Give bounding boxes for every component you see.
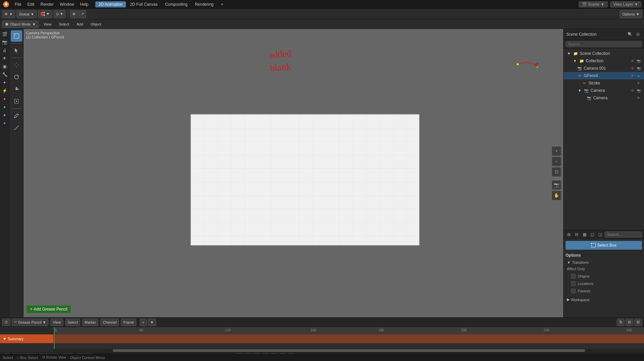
timeline-filter-btn[interactable]: ⊟ — [625, 319, 633, 326]
outliner-item-collection[interactable]: ▼ 📁 Collection 👁 📷 — [564, 57, 644, 65]
gpencil-eye-icon[interactable]: 👁 — [630, 73, 635, 78]
sidebar-view-icon[interactable]: 👁 — [1, 55, 8, 62]
timeline-extra-btn[interactable]: ▼ — [148, 319, 156, 326]
origins-checkbox[interactable] — [571, 274, 576, 279]
view-menu-btn[interactable]: View — [41, 21, 54, 28]
sidebar-object-icon[interactable]: ▣ — [1, 63, 8, 70]
tab-2d-full-canvas[interactable]: 2D Full Canvas — [127, 1, 161, 7]
timeline-sync-btn[interactable]: ⇅ — [617, 319, 624, 326]
timeline-mode-icon-btn[interactable]: ⏱ — [2, 319, 10, 326]
outliner-item-camera-child[interactable]: 📷 Camera 👁 — [564, 94, 644, 102]
menu-window[interactable]: Window — [57, 1, 77, 7]
camera-child-eye-icon[interactable]: 👁 — [636, 95, 641, 101]
sidebar-modifier-icon[interactable]: 🔧 — [1, 71, 8, 78]
props-icon-5[interactable]: ◲ — [597, 231, 603, 238]
view-layer-selector[interactable]: View Layer ▼ — [610, 1, 641, 7]
select-menu-btn[interactable]: Select — [56, 21, 72, 28]
outliner-search-input[interactable] — [566, 41, 642, 47]
menu-file[interactable]: File — [12, 1, 24, 7]
parents-checkbox[interactable] — [571, 289, 576, 293]
tab-add[interactable]: + — [217, 1, 227, 7]
outliner-item-gpencil[interactable]: ✏ GPencil 👁 ● — [564, 72, 644, 79]
zoom-out-btn[interactable]: − — [552, 157, 561, 166]
timeline-view-btn[interactable]: View — [50, 319, 63, 326]
timeline-frame-btn[interactable]: Frame — [121, 319, 136, 326]
sidebar-scene-icon[interactable]: 🎬 — [1, 30, 8, 38]
object-mode-dropdown[interactable]: ▣ Object Mode ▼ — [2, 21, 39, 28]
outliner-search-icon[interactable]: 🔍 — [626, 31, 633, 38]
timeline-track-area[interactable] — [54, 334, 644, 352]
outliner-item-camera001[interactable]: 📷 Camera 001 👁 📷 — [564, 65, 644, 72]
options-btn[interactable]: Options ▼ — [620, 10, 642, 18]
scene-selector[interactable]: 🎬 Scene ▼ — [579, 1, 608, 7]
outliner-item-camera-parent[interactable]: ▼ 📷 Camera 👁 📷 — [564, 87, 644, 94]
camera-parent-eye-icon[interactable]: 👁 — [630, 88, 635, 93]
summary-track-label[interactable]: ▼ Summary — [0, 334, 54, 343]
timeline-marker-btn[interactable]: Marker — [82, 319, 98, 326]
show-overlays-btn[interactable]: ⊕ — [70, 10, 78, 18]
timeline-scrollbar-thumb[interactable] — [113, 349, 585, 352]
view-camera-btn[interactable]: 📷 — [552, 180, 561, 190]
menu-help[interactable]: Help — [77, 1, 91, 7]
locations-checkbox[interactable] — [571, 281, 576, 286]
canvas-area — [191, 114, 419, 245]
grease-pencil-mode-btn[interactable]: ✏ Grease Pencil ▼ — [12, 319, 48, 326]
gpencil-select-icon[interactable]: ● — [636, 73, 641, 78]
object-menu-btn[interactable]: Object — [88, 21, 104, 28]
transform-header[interactable]: ▼ Transform — [566, 260, 642, 265]
sidebar-material-icon[interactable]: ● — [1, 111, 8, 118]
menu-render[interactable]: Render — [38, 1, 56, 7]
sidebar-particles-icon[interactable]: ✦ — [1, 79, 8, 86]
collection-eye-icon[interactable]: 👁 — [630, 58, 635, 64]
props-search[interactable]: Search... — [605, 231, 642, 238]
props-icon-1[interactable]: ⊞ — [566, 231, 572, 238]
tool-annotate[interactable] — [11, 110, 22, 121]
tool-select-box[interactable] — [11, 30, 22, 42]
proportional-btn[interactable]: ⊙ ▼ — [54, 10, 66, 18]
global-transform-btn[interactable]: Global ▼ — [16, 10, 37, 18]
viewport[interactable]: Camera Perspective (1) Collection | GPen… — [24, 29, 563, 317]
sidebar-texture-icon[interactable]: ● — [1, 119, 8, 127]
timeline-collapse-btn[interactable]: ⊟ — [634, 319, 642, 326]
sidebar-active-icon[interactable]: ● — [1, 95, 8, 102]
view-mode-btn[interactable]: 👁 ▼ — [2, 10, 15, 18]
tool-transform[interactable] — [11, 96, 22, 107]
tool-measure[interactable] — [11, 122, 22, 134]
outliner-item-stroke[interactable]: ✏ Stroke 👁 — [564, 79, 644, 87]
view-pan-btn[interactable]: ✋ — [552, 191, 561, 200]
tab-2d-animation[interactable]: 2D Animation — [95, 1, 126, 7]
sidebar-output-icon[interactable]: 🖨 — [1, 46, 8, 54]
tool-move[interactable] — [11, 59, 22, 71]
camera-parent-render-icon[interactable]: 📷 — [636, 88, 641, 93]
sidebar-physics-icon[interactable]: ⚡ — [1, 87, 8, 94]
select-box-button[interactable]: Select Box — [566, 241, 642, 250]
timeline-scrollbar[interactable] — [54, 349, 644, 352]
tab-rendering[interactable]: Rendering — [192, 1, 217, 7]
props-icon-3[interactable]: ▦ — [581, 231, 588, 238]
tab-compositing[interactable]: Compositing — [162, 1, 191, 7]
camera001-render-icon[interactable]: 📷 — [636, 66, 641, 71]
timeline-channel-btn[interactable]: Channel — [100, 319, 119, 326]
tool-rotate[interactable] — [11, 71, 22, 83]
tool-scale[interactable] — [11, 83, 22, 95]
outliner-item-scene-collection[interactable]: ▼ 📁 Scene Collection — [564, 50, 644, 57]
props-icon-2[interactable]: ⊟ — [573, 231, 580, 238]
snapping-btn[interactable]: 🧲 ▼ — [38, 10, 52, 18]
collection-render-icon[interactable]: 📷 — [636, 58, 641, 64]
sidebar-render-icon[interactable]: 📷 — [1, 38, 8, 46]
show-gizmos-btn[interactable]: ↗ — [78, 10, 86, 18]
frame-all-btn[interactable]: ⊡ — [552, 167, 561, 177]
tool-cursor[interactable] — [11, 45, 22, 56]
camera001-eye-icon[interactable]: 👁 — [630, 66, 635, 71]
menu-edit[interactable]: Edit — [25, 1, 37, 7]
outliner-filter-icon[interactable]: ⊟ — [635, 31, 641, 38]
stroke-eye-icon[interactable]: 👁 — [636, 80, 641, 86]
workspace-header[interactable]: ▶ Workspace — [566, 297, 642, 302]
timeline-add-btn[interactable]: + — [140, 319, 146, 326]
add-menu-btn[interactable]: Add — [74, 21, 86, 28]
add-grease-pencil-button[interactable]: + Add Grease Pencil — [26, 305, 71, 313]
zoom-in-btn[interactable]: + — [552, 146, 561, 156]
sidebar-data-icon[interactable]: ● — [1, 103, 8, 110]
timeline-select-btn[interactable]: Select — [65, 319, 80, 326]
props-icon-4[interactable]: ◱ — [589, 231, 596, 238]
